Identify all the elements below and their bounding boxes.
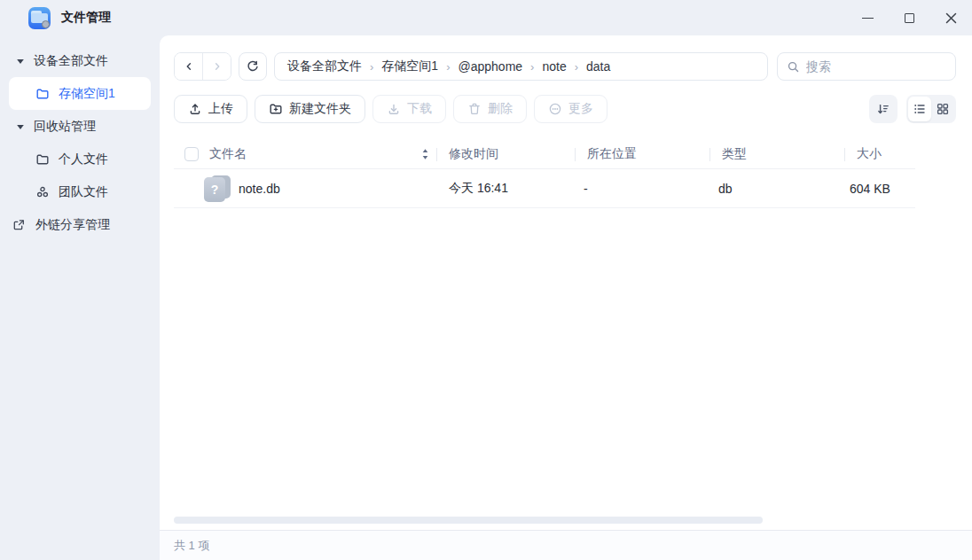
size-cell: 604 KB xyxy=(844,169,915,207)
search-input[interactable] xyxy=(806,59,946,74)
refresh-button[interactable] xyxy=(239,52,267,81)
search-icon xyxy=(787,60,800,74)
sort-descending-icon xyxy=(876,102,890,116)
sidebar-item-external-share[interactable]: 外链分享管理 xyxy=(0,208,160,241)
more-button[interactable]: 更多 xyxy=(534,95,608,123)
navigation-row: 设备全部文件 › 存储空间1 › @apphome › note › data xyxy=(174,52,956,81)
team-icon xyxy=(35,185,50,199)
minimize-button[interactable] xyxy=(847,0,889,35)
upload-label: 上传 xyxy=(208,101,233,117)
horizontal-scrollbar xyxy=(174,517,972,524)
status-bar: 共 1 项 xyxy=(160,530,972,560)
chevron-left-icon xyxy=(183,60,195,73)
download-icon xyxy=(387,102,401,116)
grid-view-icon xyxy=(936,102,950,116)
breadcrumb-item[interactable]: 存储空间1 xyxy=(381,58,438,74)
breadcrumb-item[interactable]: data xyxy=(586,59,610,74)
file-name: note.db xyxy=(239,182,280,196)
column-header-location[interactable]: 所在位置 xyxy=(575,148,709,161)
caret-down-icon[interactable] xyxy=(16,122,25,131)
column-header-modified[interactable]: 修改时间 xyxy=(436,148,575,161)
file-table: 文件名 修改时间 所在位置 xyxy=(174,140,972,208)
forward-button[interactable] xyxy=(203,53,231,80)
file-manager-window: 文件管理 设备全部文件 存储空间1 xyxy=(0,0,972,560)
column-header-type[interactable]: 类型 xyxy=(709,148,844,161)
more-circle-icon xyxy=(548,102,562,116)
minimize-icon xyxy=(862,18,874,19)
caret-down-icon[interactable] xyxy=(16,57,25,66)
new-folder-button[interactable]: 新建文件夹 xyxy=(255,95,365,123)
modified-cell: 今天 16:41 xyxy=(436,169,575,207)
app-icon xyxy=(28,7,51,29)
column-header-size[interactable]: 大小 xyxy=(844,148,915,161)
column-label: 修改时间 xyxy=(449,146,498,162)
breadcrumb-separator: › xyxy=(530,60,534,74)
location-cell: - xyxy=(575,169,709,207)
sidebar-item-label: 外链分享管理 xyxy=(35,217,110,233)
column-label: 类型 xyxy=(722,146,747,162)
more-label: 更多 xyxy=(568,101,593,117)
delete-label: 删除 xyxy=(488,101,513,117)
download-label: 下载 xyxy=(407,101,432,117)
table-header: 文件名 修改时间 所在位置 xyxy=(174,140,915,169)
list-view-button[interactable] xyxy=(908,97,931,121)
scrollbar-thumb[interactable] xyxy=(174,517,763,524)
new-folder-label: 新建文件夹 xyxy=(289,101,351,117)
external-share-icon xyxy=(12,218,26,232)
content-panel: 设备全部文件 › 存储空间1 › @apphome › note › data xyxy=(160,35,972,560)
column-label: 所在位置 xyxy=(587,146,637,162)
item-count: 共 1 项 xyxy=(174,538,209,554)
maximize-button[interactable] xyxy=(889,0,930,35)
type-cell: db xyxy=(709,169,844,207)
grid-view-button[interactable] xyxy=(931,97,954,121)
sidebar-item-label: 团队文件 xyxy=(59,184,108,200)
window-controls xyxy=(847,0,972,35)
new-folder-icon xyxy=(269,102,283,116)
sidebar-item-recycle-bin[interactable]: 回收站管理 xyxy=(0,110,160,143)
trash-icon xyxy=(467,102,482,116)
sidebar: 设备全部文件 存储空间1 回收站管理 个人文件 xyxy=(0,35,160,560)
app-body: 设备全部文件 存储空间1 回收站管理 个人文件 xyxy=(0,35,972,560)
breadcrumb-item[interactable]: 设备全部文件 xyxy=(287,58,362,74)
maximize-icon xyxy=(905,13,914,23)
delete-button[interactable]: 删除 xyxy=(453,95,527,123)
history-nav-group xyxy=(174,52,231,81)
upload-button[interactable]: 上传 xyxy=(174,95,247,123)
sidebar-item-device-all-files[interactable]: 设备全部文件 xyxy=(0,44,160,77)
toolbar-right xyxy=(869,95,956,123)
column-header-filename[interactable]: 文件名 xyxy=(174,140,436,168)
app-title: 文件管理 xyxy=(61,10,111,26)
sidebar-item-label: 设备全部文件 xyxy=(34,53,108,69)
sidebar-item-storage-space-1[interactable]: 存储空间1 xyxy=(9,77,151,110)
select-all-checkbox[interactable] xyxy=(184,147,199,161)
close-button[interactable] xyxy=(930,0,972,35)
sidebar-item-personal-files[interactable]: 个人文件 xyxy=(0,143,160,175)
sort-order-button[interactable] xyxy=(869,95,898,123)
file-name-cell[interactable]: ? note.db xyxy=(174,169,436,207)
column-label: 大小 xyxy=(857,146,882,162)
breadcrumb-item[interactable]: @apphome xyxy=(458,59,522,74)
titlebar: 文件管理 xyxy=(0,0,972,35)
sidebar-item-team-files[interactable]: 团队文件 xyxy=(0,175,160,208)
toolbar: 上传 新建文件夹 xyxy=(174,95,956,123)
empty-area xyxy=(160,208,972,517)
breadcrumb-separator: › xyxy=(575,60,578,74)
file-icon-front-layer: ? xyxy=(204,177,225,202)
search-box[interactable] xyxy=(777,52,956,81)
close-icon xyxy=(945,12,957,24)
chevron-right-icon xyxy=(211,60,223,73)
column-label: 文件名 xyxy=(209,146,247,162)
view-toggle xyxy=(906,95,956,123)
table-row[interactable]: ? note.db 今天 16:41 - db 604 KB xyxy=(174,169,915,208)
breadcrumb: 设备全部文件 › 存储空间1 › @apphome › note › data xyxy=(274,52,768,81)
list-view-icon xyxy=(913,102,927,116)
download-button[interactable]: 下载 xyxy=(372,95,446,123)
app-icon-gear xyxy=(42,20,50,28)
sort-arrows-icon[interactable] xyxy=(421,147,429,161)
refresh-icon xyxy=(246,59,260,74)
breadcrumb-item[interactable]: note xyxy=(542,59,566,74)
breadcrumb-separator: › xyxy=(446,60,450,74)
back-button[interactable] xyxy=(175,53,202,80)
upload-icon xyxy=(188,102,202,116)
folder-icon xyxy=(35,87,50,101)
